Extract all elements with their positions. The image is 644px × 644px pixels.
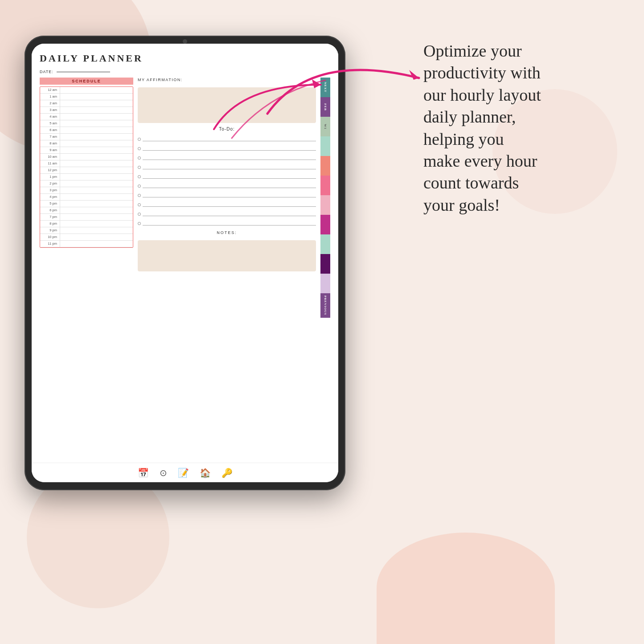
annotation-line4: daily planner,	[423, 107, 516, 126]
hour-row-12am: 12 am	[40, 87, 133, 94]
planner-main: DAILY PLANNER DATE: SCHEDULE	[32, 44, 338, 463]
hour-line-3pm	[60, 187, 133, 193]
hour-row-5pm: 5 pm	[40, 201, 133, 207]
todo-circle-6	[138, 185, 141, 188]
todo-item-4	[138, 165, 316, 169]
hour-line-5pm	[60, 201, 133, 207]
tab-previous[interactable]: PREVIOUS	[320, 293, 330, 318]
toolbar-calendar-icon[interactable]: 📅	[138, 468, 149, 478]
hour-line-8pm	[60, 221, 133, 227]
side-tabs: NEXT FEB W1 PREVIOUS	[320, 78, 330, 456]
todo-circle-5	[138, 175, 141, 178]
todo-circle-10	[138, 222, 141, 225]
todo-label: To-Do:	[138, 127, 316, 131]
hour-line-8am	[60, 140, 133, 147]
hour-line-11pm	[60, 241, 133, 247]
right-section: MY AFFIRMATION: To-Do:	[138, 78, 316, 456]
hour-row-1am: 1 am	[40, 94, 133, 100]
hour-line-6am	[60, 127, 133, 133]
annotation-line8: your goals!	[423, 196, 500, 214]
hour-label-5pm: 5 pm	[40, 201, 60, 207]
notes-box[interactable]	[138, 240, 316, 271]
bracket-bottom-left	[40, 242, 45, 248]
hour-label-3am: 3 am	[40, 107, 60, 113]
tab-magenta[interactable]	[320, 215, 330, 234]
tab-mint[interactable]	[320, 136, 330, 156]
hour-row-3pm: 3 pm	[40, 187, 133, 194]
hour-row-6pm: 6 pm	[40, 207, 133, 214]
hour-label-8pm: 8 pm	[40, 221, 60, 227]
todo-item-7	[138, 193, 316, 197]
todo-line-3	[143, 156, 316, 160]
hour-row-4pm: 4 pm	[40, 194, 133, 201]
hour-row-11am: 11 am	[40, 160, 133, 167]
hour-row-5am: 5 am	[40, 120, 133, 127]
todo-circle-8	[138, 203, 141, 206]
todo-line-6	[143, 184, 316, 188]
todo-line-7	[143, 193, 316, 197]
hour-label-11am: 11 am	[40, 160, 60, 167]
hour-label-7pm: 7 pm	[40, 214, 60, 220]
todo-item-5	[138, 174, 316, 179]
hour-line-9am	[60, 147, 133, 153]
hour-line-3am	[60, 107, 133, 113]
todo-circle-3	[138, 156, 141, 160]
planner-date-row: DATE:	[40, 70, 330, 74]
hour-label-10am: 10 am	[40, 154, 60, 160]
hour-line-7pm	[60, 214, 133, 220]
tab-purple[interactable]	[320, 254, 330, 274]
hour-line-5am	[60, 120, 133, 127]
toolbar: 📅 ⊙ 📝 🏠 🔑	[32, 463, 338, 482]
bracket-top-right	[127, 86, 133, 92]
toolbar-circle-icon[interactable]: ⊙	[160, 468, 167, 478]
tab-pink1[interactable]	[320, 176, 330, 195]
hour-label-5am: 5 am	[40, 120, 60, 127]
planner-content: DAILY PLANNER DATE: SCHEDULE	[32, 44, 338, 463]
toolbar-home-icon[interactable]: 🏠	[200, 468, 211, 478]
todo-line-2	[143, 146, 316, 151]
tab-next[interactable]: NEXT	[320, 78, 330, 97]
hour-label-2pm: 2 pm	[40, 180, 60, 187]
tab-w1[interactable]: W1	[320, 117, 330, 136]
hour-row-1pm: 1 pm	[40, 174, 133, 180]
hour-line-10am	[60, 154, 133, 160]
hour-label-9pm: 9 pm	[40, 227, 60, 234]
todo-item-9	[138, 212, 316, 216]
date-label: DATE:	[40, 70, 53, 74]
tab-lavender[interactable]	[320, 274, 330, 293]
planner-body: SCHEDULE 12 am	[40, 78, 330, 456]
annotation-line5: helping you	[423, 130, 504, 148]
hour-line-6pm	[60, 207, 133, 213]
todo-circle-4	[138, 166, 141, 169]
hour-row-8pm: 8 pm	[40, 221, 133, 227]
hour-line-7am	[60, 134, 133, 140]
schedule-header: SCHEDULE	[40, 78, 133, 85]
hour-row-6am: 6 am	[40, 127, 133, 134]
tab-salmon[interactable]	[320, 156, 330, 176]
hour-row-10am: 10 am	[40, 154, 133, 160]
affirmation-box[interactable]	[138, 87, 316, 123]
annotation-line7: count towards	[423, 173, 519, 192]
tab-feb[interactable]: FEB	[320, 97, 330, 117]
hour-line-4am	[60, 114, 133, 120]
hour-line-11am	[60, 160, 133, 167]
affirmation-label: MY AFFIRMATION:	[138, 78, 316, 82]
hour-label-6am: 6 am	[40, 127, 60, 133]
hour-label-4am: 4 am	[40, 114, 60, 120]
toolbar-edit-icon[interactable]: 📝	[178, 468, 189, 478]
hour-label-10pm: 10 pm	[40, 234, 60, 240]
todo-line-9	[143, 212, 316, 216]
hour-line-2am	[60, 100, 133, 107]
tab-mint2[interactable]	[320, 234, 330, 254]
hour-row-12pm: 12 pm	[40, 167, 133, 174]
toolbar-key-icon[interactable]: 🔑	[222, 468, 233, 478]
hour-row-2am: 2 am	[40, 100, 133, 107]
todo-line-10	[143, 221, 316, 226]
hour-label-1am: 1 am	[40, 94, 60, 100]
todo-item-3	[138, 156, 316, 160]
hour-label-3pm: 3 pm	[40, 187, 60, 193]
todo-item-10	[138, 221, 316, 226]
hour-label-12pm: 12 pm	[40, 167, 60, 173]
hour-row-7pm: 7 pm	[40, 214, 133, 221]
tab-lpink[interactable]	[320, 195, 330, 215]
